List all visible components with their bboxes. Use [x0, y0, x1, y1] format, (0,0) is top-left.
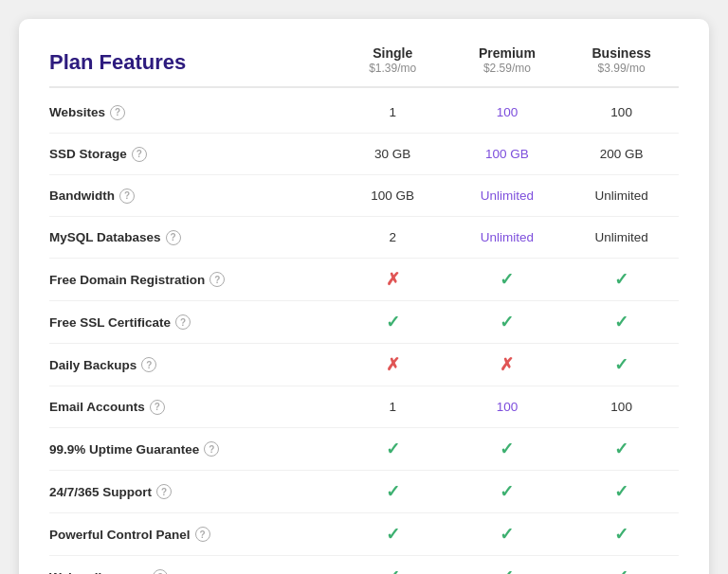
check-icon: ✓: [500, 525, 514, 544]
table-row: Free SSL Certificate ?✓✓✓: [49, 301, 679, 344]
check-icon: ✓: [614, 567, 628, 574]
help-icon[interactable]: ?: [110, 105, 125, 120]
feature-name: Free SSL Certificate ?: [49, 314, 336, 330]
table-header: Plan Features Single $1.39/mo Premium $2…: [49, 45, 679, 88]
table-row: Free Domain Registration ?✗✓✓: [49, 259, 679, 301]
cell-single: ✓: [336, 312, 450, 332]
check-icon: ✓: [614, 525, 628, 544]
cell-premium: ✓: [450, 269, 565, 290]
plan-features-card: Plan Features Single $1.39/mo Premium $2…: [19, 19, 709, 574]
cell-business: ✓: [564, 524, 679, 545]
cell-business: ✓: [564, 566, 679, 574]
cell-premium: 100: [450, 400, 565, 414]
feature-name: 24/7/365 Support ?: [49, 484, 336, 499]
cell-business: 100: [564, 400, 679, 414]
cell-premium: ✓: [450, 481, 565, 502]
check-icon: ✓: [386, 482, 400, 501]
cell-business: Unlimited: [564, 188, 679, 203]
feature-name: MySQL Databases ?: [49, 230, 336, 245]
features-table: Websites ?1100100SSD Storage ?30 GB100 G…: [49, 92, 679, 574]
help-icon[interactable]: ?: [175, 314, 191, 330]
cell-business: ✓: [564, 439, 679, 459]
feature-name: Free Domain Registration ?: [49, 272, 336, 287]
feature-name: Websites ?: [49, 105, 336, 120]
feature-name: Email Accounts ?: [49, 400, 336, 415]
cell-business: 200 GB: [564, 147, 679, 161]
check-icon: ✓: [614, 482, 628, 501]
check-icon: ✓: [614, 355, 628, 374]
cell-single: ✓: [336, 481, 450, 502]
cell-single: ✗: [336, 354, 450, 375]
table-row: MySQL Databases ?2UnlimitedUnlimited: [49, 217, 679, 259]
cell-business: 100: [564, 105, 679, 119]
feature-name: SSD Storage ?: [49, 147, 336, 162]
help-icon[interactable]: ?: [204, 441, 219, 457]
table-row: Bandwidth ?100 GBUnlimitedUnlimited: [49, 175, 679, 217]
cell-single: ✓: [336, 524, 450, 545]
cell-premium: Unlimited: [450, 230, 565, 244]
cell-single: 30 GB: [336, 147, 450, 161]
col-header-premium: Premium $2.59/mo: [450, 45, 565, 75]
col-header-single: Single $1.39/mo: [336, 45, 450, 75]
col-header-business: Business $3.99/mo: [564, 45, 679, 75]
feature-name: Bandwidth ?: [49, 188, 336, 204]
check-icon: ✓: [500, 313, 514, 332]
cross-icon: ✗: [386, 270, 400, 289]
cell-single: ✓: [336, 439, 450, 459]
table-row: Email Accounts ?1100100: [49, 386, 679, 428]
table-row: SSD Storage ?30 GB100 GB200 GB: [49, 134, 679, 175]
help-icon[interactable]: ?: [209, 272, 225, 287]
table-row: Daily Backups ?✗✗✓: [49, 344, 679, 386]
help-icon[interactable]: ?: [132, 147, 147, 162]
feature-name: 99.9% Uptime Guarantee ?: [49, 441, 336, 457]
help-icon[interactable]: ?: [119, 188, 135, 204]
cell-business: Unlimited: [564, 230, 679, 244]
help-icon[interactable]: ?: [141, 357, 156, 372]
check-icon: ✓: [386, 313, 400, 332]
help-icon[interactable]: ?: [195, 527, 210, 542]
check-icon: ✓: [500, 270, 514, 289]
check-icon: ✓: [386, 567, 400, 574]
cell-single: 2: [336, 230, 450, 244]
table-row: 24/7/365 Support ?✓✓✓: [49, 471, 679, 513]
cell-single: 100 GB: [336, 188, 450, 203]
help-icon[interactable]: ?: [153, 569, 168, 574]
cell-business: ✓: [564, 269, 679, 290]
cross-icon: ✗: [386, 355, 400, 374]
table-row: Powerful Control Panel ?✓✓✓: [49, 513, 679, 556]
cell-premium: 100 GB: [450, 147, 565, 161]
cell-premium: 100: [450, 105, 565, 119]
cell-premium: ✓: [450, 524, 565, 545]
feature-name: Webmail access ?: [49, 569, 336, 574]
check-icon: ✓: [614, 270, 628, 289]
cell-premium: ✓: [450, 566, 565, 574]
cell-single: ✗: [336, 269, 450, 290]
check-icon: ✓: [500, 439, 514, 458]
table-row: Webmail access ?✓✓✓: [49, 556, 679, 574]
table-row: Websites ?1100100: [49, 92, 679, 134]
cell-single: ✓: [336, 566, 450, 574]
table-row: 99.9% Uptime Guarantee ?✓✓✓: [49, 428, 679, 471]
cell-business: ✓: [564, 312, 679, 332]
check-icon: ✓: [386, 525, 400, 544]
feature-name: Powerful Control Panel ?: [49, 527, 336, 542]
help-icon[interactable]: ?: [156, 484, 172, 499]
cell-single: 1: [336, 400, 450, 414]
help-icon[interactable]: ?: [150, 400, 165, 415]
cell-business: ✓: [564, 481, 679, 502]
cell-business: ✓: [564, 354, 679, 375]
table-title: Plan Features: [49, 50, 336, 75]
feature-name: Daily Backups ?: [49, 357, 336, 372]
cell-premium: ✓: [450, 439, 565, 459]
cell-premium: ✗: [450, 354, 565, 375]
check-icon: ✓: [614, 439, 628, 458]
cell-single: 1: [336, 105, 450, 119]
cross-icon: ✗: [500, 355, 514, 374]
cell-premium: ✓: [450, 312, 565, 332]
help-icon[interactable]: ?: [166, 230, 181, 245]
check-icon: ✓: [614, 313, 628, 332]
check-icon: ✓: [500, 482, 514, 501]
check-icon: ✓: [386, 439, 400, 458]
check-icon: ✓: [500, 567, 514, 574]
cell-premium: Unlimited: [450, 188, 565, 203]
